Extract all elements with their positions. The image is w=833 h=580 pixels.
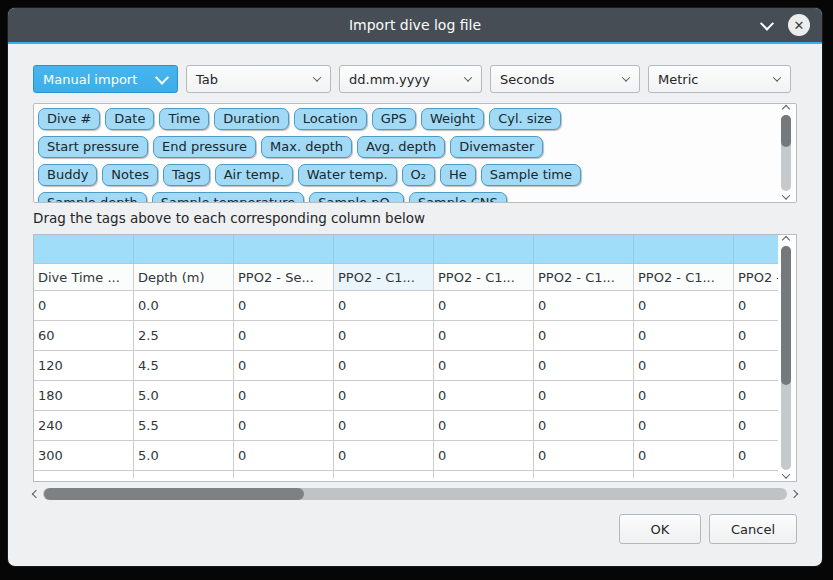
tag-pill[interactable]: Avg. depth [357,136,445,158]
table-cell: 0 [534,321,634,351]
column-drop-target[interactable] [434,235,534,264]
field-separator-select[interactable]: Tab [186,65,331,93]
tag-pill[interactable]: Sample time [481,164,581,186]
column-header[interactable]: PPO2 - C1... [434,264,534,291]
tag-pill[interactable]: Max. depth [261,136,352,158]
tag-pill[interactable]: Notes [102,164,158,186]
column-header[interactable]: PPO2 - Se... [234,264,334,291]
tag-palette-scrollbar[interactable] [778,106,794,200]
table-cell: 0 [234,441,334,471]
table-cell: 0 [234,351,334,381]
scroll-up-icon[interactable] [782,236,790,244]
duration-format-select[interactable]: Seconds [490,65,640,93]
chevron-down-icon [773,73,781,81]
tag-pill[interactable]: Start pressure [38,136,148,158]
chevron-down-icon [622,73,630,81]
column-drop-target[interactable] [734,235,778,264]
horizontal-scrollbar[interactable] [33,487,797,501]
date-format-select[interactable]: dd.mm.yyyy [339,65,482,93]
table-row: 602.5000000 [34,321,778,351]
column-drop-target[interactable] [634,235,734,264]
table-cell: 0 [634,411,734,441]
tag-pill[interactable]: Sample pO₂ [309,192,404,203]
tag-pill[interactable]: Weight [421,108,484,130]
import-mode-select[interactable]: Manual import [33,65,178,93]
tag-pill[interactable]: O₂ [402,164,435,186]
collapse-window-icon[interactable] [760,17,774,31]
tag-pill[interactable]: Buddy [38,164,97,186]
tag-pill[interactable]: Location [294,108,367,130]
column-drop-target[interactable] [334,235,434,264]
tag-pill[interactable]: Cyl. size [489,108,561,130]
scroll-right-icon[interactable] [790,490,798,498]
duration-format-value: Seconds [500,72,555,87]
chevron-down-icon [313,73,321,81]
tag-pill[interactable]: Dive # [38,108,100,130]
table-cell: 0 [534,351,634,381]
table-cell: 0 [634,441,734,471]
column-drop-target[interactable] [34,235,134,264]
ok-button[interactable]: OK [619,514,701,544]
tag-pill[interactable]: Time [159,108,209,130]
tag-row: BuddyNotesTagsAir temp.Water temp.O₂HeSa… [38,164,774,186]
scrollbar-track[interactable] [781,246,791,470]
table-cell: 0 [234,381,334,411]
table-cell: 0 [334,381,434,411]
tag-pill[interactable]: He [440,164,476,186]
tag-pill[interactable]: Divemaster [450,136,543,158]
units-select[interactable]: Metric [648,65,791,93]
scroll-left-icon[interactable] [32,490,40,498]
table-cell: 60 [34,321,134,351]
table-cell: 0 [634,321,734,351]
column-header[interactable]: Depth (m) [134,264,234,291]
tag-pill[interactable]: Sample temperature [152,192,305,203]
scroll-up-icon[interactable] [782,105,790,113]
tag-pill[interactable]: GPS [372,108,416,130]
dialog-buttons: OK Cancel [33,514,797,544]
tag-pill[interactable]: Duration [214,108,288,130]
column-header[interactable]: Dive Time ... [34,264,134,291]
tag-pill[interactable]: Date [105,108,154,130]
scrollbar-track[interactable] [781,115,791,191]
table-row: 3005.0000000 [34,441,778,471]
scroll-down-icon[interactable] [782,191,790,199]
scrollbar-thumb[interactable] [781,115,791,147]
table-cell: 0 [734,381,778,411]
csv-preview-table: Dive Time ...Depth (m)PPO2 - Se...PPO2 -… [33,234,797,482]
scrollbar-thumb[interactable] [44,488,304,500]
cancel-button[interactable]: Cancel [709,514,797,544]
scrollbar-thumb[interactable] [781,246,791,385]
table-cell: 0 [634,291,734,321]
table-cell: 0 [434,351,534,381]
scrollbar-track[interactable] [43,488,787,500]
tag-pill[interactable]: Tags [163,164,210,186]
table-cell: 240 [34,411,134,441]
scroll-down-icon[interactable] [782,470,790,478]
table-cell: 0 [434,441,534,471]
table-cell [334,471,434,478]
tag-pill[interactable]: End pressure [153,136,256,158]
table-cell: 0 [734,291,778,321]
table-scrollbar[interactable] [778,237,794,479]
column-drop-row [34,235,778,264]
column-header[interactable]: PPO2 - C1... [334,264,434,291]
tag-row: Sample depthSample temperatureSample pO₂… [38,192,774,203]
tag-pill[interactable]: Air temp. [215,164,293,186]
column-header[interactable]: PPO2 - C1... [534,264,634,291]
close-button[interactable]: ✕ [788,14,810,36]
table-cell [134,471,234,478]
column-header[interactable]: PPO2 - C1... [634,264,734,291]
table-cell: 0 [334,321,434,351]
tag-pill[interactable]: Sample CNS [409,192,507,203]
column-header[interactable]: PPO2 - C1... [734,264,778,291]
tag-pill[interactable]: Water temp. [298,164,397,186]
table-cell [734,471,778,478]
column-drop-target[interactable] [234,235,334,264]
tag-pill[interactable]: Sample depth [38,192,147,203]
column-drop-target[interactable] [534,235,634,264]
table-cell: 5.5 [134,411,234,441]
column-drop-target[interactable] [134,235,234,264]
table-cell: 0 [334,351,434,381]
table-cell: 0 [334,411,434,441]
titlebar[interactable]: Import dive log file ✕ [8,8,822,44]
